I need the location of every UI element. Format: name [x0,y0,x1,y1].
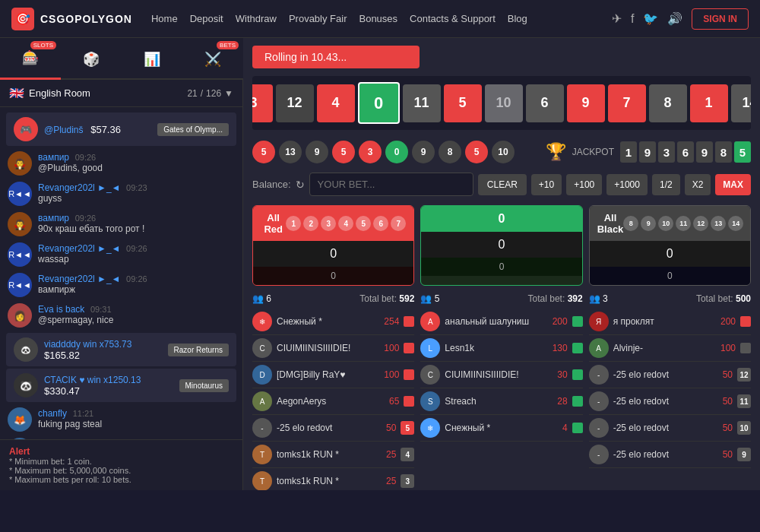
msg-time: 09:26 [126,244,147,253]
nav-home[interactable]: Home [151,13,178,24]
win-game-btn-1[interactable]: Gates of Olymp... [157,123,229,136]
alert-box: Alert * Minimum bet: 1 coin. * Maximum b… [0,439,242,490]
avatar: R◄◄ [8,182,32,206]
nav-withdraw[interactable]: Withdraw [236,13,277,24]
chat-msg-6: 👩 Eva is back 09:31 @spermagay, nice [0,300,242,331]
black-total-input[interactable] [590,241,750,267]
twitter-icon[interactable]: 🐦 [643,11,658,26]
red-player-6: T tomks1k RUN * 25 4 [252,442,414,468]
modifier-x2[interactable]: X2 [685,174,711,195]
avatar: 🧛 [8,212,32,236]
sidebar-tabs-row: 🎰 SLOTS 🎲 📊 ⚔️ BETS [0,38,243,80]
jackpot-digit-0: 1 [620,141,637,163]
alert-line-3: * Maximum bets per roll: 10 bets. [9,475,233,484]
chat-msg-5: R◄◄ Revanger202l ►_◄ 09:26 вампирж [0,270,242,300]
all-black-button[interactable]: All Black [597,212,624,235]
jackpot-digit-5: 8 [715,141,732,163]
alert-line-1: * Minimum bet: 1 coin. [9,457,233,466]
logo[interactable]: 🎯 CSGOPOLYGON [11,8,132,30]
balance-label: Balance: [252,179,291,190]
volume-icon[interactable]: 🔊 [667,11,682,26]
ball-5: 0 [385,141,408,163]
history-row: 5 13 9 5 3 0 9 8 5 10 🏆 JACKPOT 1 9 3 6 … [252,138,751,166]
black-count: 0 [590,267,750,285]
black-numbers: 8 9 10 11 12 13 14 [623,216,743,231]
logo-text: CSGOPOLYGON [40,13,132,25]
modifier-10[interactable]: +10 [531,174,562,195]
telegram-icon[interactable]: ✈ [612,11,622,26]
tab-vs[interactable]: ⚔️ BETS [182,38,243,80]
panel-red: All Red 1 2 3 4 5 6 7 0 [252,205,414,286]
all-red-button[interactable]: All Red [261,212,286,235]
chat-messages[interactable]: 🎮 @Pludinš $57.36 Gates of Olymp... 🧛 ва… [0,107,242,439]
red-list-header: 👥 6 Total bet: 592 [252,293,414,304]
ball-0: 5 [252,141,275,163]
msg-user: Revanger202l ►_◄ [38,274,120,284]
ball-7: 8 [439,141,461,163]
panel-black: All Black 8 9 10 11 12 13 14 0 [589,205,751,286]
room-info: 🇬🇧 English Room [9,86,90,100]
nav-contacts-support[interactable]: Contacts & Support [410,13,496,24]
msg-text: @spermagay, nice [38,315,113,325]
chat-msg-2: R◄◄ Revanger202l ►_◄ 09:23 guyss [0,179,242,209]
panel-black-header: All Black 8 9 10 11 12 13 14 [590,206,750,241]
roulette-cell-7: 6 [526,84,564,122]
nav-deposit[interactable]: Deposit [190,13,223,24]
ball-8: 5 [465,141,488,163]
green-count: 0 [421,258,581,276]
roulette-cell-2: 4 [317,84,355,122]
jackpot-digit-2: 3 [658,141,675,163]
nav-bonuses[interactable]: Bonuses [359,13,397,24]
black-player-5: - -25 elo redovt 50 10 [589,415,751,442]
rolling-bar: Rolling in 10.43... [252,46,420,68]
green-total-input[interactable] [421,232,581,258]
green-player-4: S Streach 28 [420,388,582,415]
tab-slots[interactable]: 🎰 SLOTS [0,38,61,80]
facebook-icon[interactable]: f [631,12,634,26]
sign-in-button[interactable]: SIGN IN [692,8,749,30]
red-player-4: A AegonAerys 65 [252,388,414,415]
modifier-1000[interactable]: +1000 [606,174,648,195]
msg-text: wassap [38,254,147,264]
modifier-100[interactable]: +100 [566,174,602,195]
ball-4: 3 [359,141,382,163]
modifier-half[interactable]: 1/2 [652,174,680,195]
nav-right: ✈ f 🐦 🔊 SIGN IN [612,8,749,30]
jackpot-digit-1: 9 [639,141,656,163]
ball-9: 10 [492,141,515,163]
avatar: 🧛 [8,151,32,176]
roulette-cell-9: 7 [608,84,646,122]
bet-row: Balance: ↻ CLEAR +10 +100 +1000 1/2 X2 M… [252,173,751,196]
nav-blog[interactable]: Blog [508,13,527,24]
win-game-btn-2[interactable]: Razor Returns [168,344,229,356]
logo-icon: 🎯 [11,8,34,30]
jackpot-digits: 1 9 3 6 9 8 5 [620,141,751,163]
black-player-list: 👥 3 Total bet: 500 Я я проклят 200 A Alv… [589,293,751,490]
tab-dice[interactable]: 🎲 [61,38,122,80]
roulette-cell-11: 1 [690,84,728,122]
msg-user: Eva is back [38,304,84,315]
dropdown-icon[interactable]: ▼ [224,88,233,99]
room-header: 🇬🇧 English Room 21 / 126 ▼ [0,80,242,107]
green-bet-button[interactable]: 0 [429,212,574,226]
red-player-list: 👥 6 Total bet: 592 ❄ Снежный * 254 C CIU… [252,293,414,490]
bets-badge: BETS [217,41,239,49]
win-user-3: СТАСIK ♥ win x1250.13 [44,375,141,385]
roulette-cell-5: 5 [444,84,482,122]
red-total-input[interactable] [253,241,413,267]
refresh-icon[interactable]: ↻ [296,179,305,191]
tab-chart[interactable]: 📊 [122,38,182,80]
win-game-btn-3[interactable]: Minotaurus [179,379,229,392]
max-button[interactable]: MAX [715,174,751,195]
roulette-cells: 3 12 4 0 11 5 10 6 9 7 8 [258,82,745,124]
clear-button[interactable]: CLEAR [478,174,527,195]
red-count: 0 [253,267,413,285]
win-user-1: @Pludinš [44,125,84,135]
nav-provably-fair[interactable]: Provably Fair [289,13,347,24]
bet-input[interactable] [309,173,473,196]
room-total: 126 [206,88,221,99]
black-player-1: Я я проклят 200 [589,309,751,335]
betting-panels: All Red 1 2 3 4 5 6 7 0 0 [252,205,751,286]
chat-msg-3: 🧛 вампир 09:26 90x краш ебать того рот ! [0,209,242,239]
roulette-cell-10: 8 [649,84,687,122]
